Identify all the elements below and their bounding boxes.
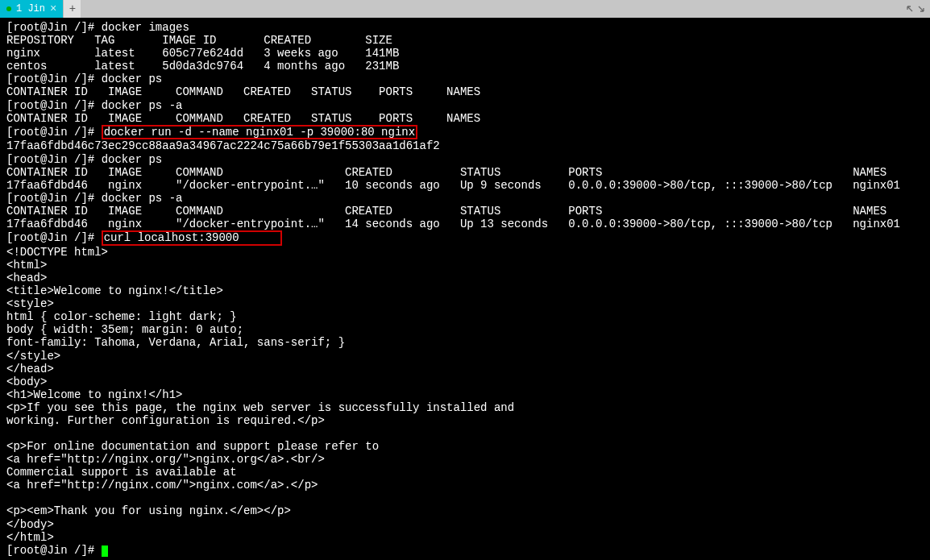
command-text: curl localhost:39000 bbox=[104, 231, 239, 244]
prompt: [root@Jin /]# bbox=[6, 126, 102, 139]
highlight-box: docker run -d --name nginx01 -p 39000:80… bbox=[102, 125, 417, 140]
output-line: 17faa6fdbd46c73ec29cc88aa9a34967ac2224c7… bbox=[6, 139, 924, 152]
output-line: <p>If you see this page, the nginx web s… bbox=[6, 401, 924, 414]
prompt-line: [root@Jin /]# docker ps bbox=[6, 73, 924, 85]
output-line: body { width: 35em; margin: 0 auto; bbox=[6, 323, 924, 336]
blank-line bbox=[6, 427, 924, 440]
command-text: docker images bbox=[102, 21, 189, 34]
prompt-line-active[interactable]: [root@Jin /]# bbox=[6, 544, 924, 557]
output-line: <html> bbox=[6, 259, 924, 272]
output-line: centos latest 5d0da3dc9764 4 months ago … bbox=[6, 60, 924, 73]
command-text: docker ps bbox=[102, 73, 163, 85]
prompt-line: [root@Jin /]# docker run -d --name nginx… bbox=[6, 125, 924, 140]
output-line: font-family: Tahoma, Verdana, Arial, san… bbox=[6, 336, 924, 349]
output-line: working. Further configuration is requir… bbox=[6, 414, 924, 427]
output-line: nginx latest 605c77e624dd 3 weeks ago 14… bbox=[6, 47, 924, 60]
output-line: <a href="http://nginx.org/">nginx.org</a… bbox=[6, 453, 924, 466]
arrow-down-right-icon bbox=[915, 3, 927, 15]
command-text: docker run -d --name nginx01 -p 39000:80… bbox=[104, 126, 415, 139]
arrow-up-left-icon bbox=[904, 3, 915, 15]
output-line: </html> bbox=[6, 531, 924, 544]
prompt-line: [root@Jin /]# docker ps -a bbox=[6, 99, 924, 112]
output-line: Commercial support is available at bbox=[6, 466, 924, 479]
window-resize-control[interactable] bbox=[904, 0, 930, 18]
highlight-box: curl localhost:39000 bbox=[102, 230, 282, 246]
output-line: <style> bbox=[6, 297, 924, 310]
output-line: </style> bbox=[6, 350, 924, 363]
prompt-line: [root@Jin /]# curl localhost:39000 bbox=[6, 230, 924, 246]
cursor bbox=[102, 545, 108, 557]
prompt: [root@Jin /]# bbox=[6, 73, 102, 85]
prompt-line: [root@Jin /]# docker ps -a bbox=[6, 192, 924, 205]
output-line: CONTAINER ID IMAGE COMMAND CREATED STATU… bbox=[6, 85, 924, 98]
prompt-line: [root@Jin /]# docker ps bbox=[6, 153, 924, 166]
output-line: CONTAINER ID IMAGE COMMAND CREATED STATU… bbox=[6, 205, 924, 218]
output-line: 17faa6fdbd46 nginx "/docker-entrypoint.…… bbox=[6, 179, 924, 192]
output-line: <body> bbox=[6, 375, 924, 388]
output-line: <p><em>Thank you for using nginx.</em></… bbox=[6, 504, 924, 517]
output-line: REPOSITORY TAG IMAGE ID CREATED SIZE bbox=[6, 34, 924, 47]
output-line: CONTAINER ID IMAGE COMMAND CREATED STATU… bbox=[6, 112, 924, 125]
blank-line bbox=[6, 492, 924, 504]
tab-spacer bbox=[81, 0, 904, 18]
prompt-line: [root@Jin /]# docker images bbox=[6, 21, 924, 34]
tab-label: 1 Jin bbox=[16, 3, 45, 15]
close-icon[interactable]: × bbox=[50, 3, 56, 15]
output-line: <h1>Welcome to nginx!</h1> bbox=[6, 388, 924, 401]
prompt: [root@Jin /]# bbox=[6, 153, 102, 166]
output-line: 17faa6fdbd46 nginx "/docker-entrypoint.…… bbox=[6, 218, 924, 230]
prompt: [root@Jin /]# bbox=[6, 99, 102, 112]
terminal[interactable]: [root@Jin /]# docker images REPOSITORY T… bbox=[0, 18, 930, 560]
output-line: </body> bbox=[6, 518, 924, 531]
prompt: [root@Jin /]# bbox=[6, 231, 102, 244]
tab-session-1[interactable]: 1 Jin × bbox=[0, 0, 63, 18]
output-line: <a href="http://nginx.com/">nginx.com</a… bbox=[6, 479, 924, 492]
prompt: [root@Jin /]# bbox=[6, 544, 102, 557]
add-tab-button[interactable]: + bbox=[63, 0, 81, 18]
output-line: </head> bbox=[6, 363, 924, 375]
prompt: [root@Jin /]# bbox=[6, 21, 102, 34]
prompt: [root@Jin /]# bbox=[6, 192, 102, 205]
output-line: CONTAINER ID IMAGE COMMAND CREATED STATU… bbox=[6, 166, 924, 179]
plus-icon: + bbox=[69, 2, 76, 15]
output-line: html { color-scheme: light dark; } bbox=[6, 310, 924, 323]
command-text: docker ps -a bbox=[102, 99, 183, 112]
tab-bar: 1 Jin × + bbox=[0, 0, 930, 18]
status-dot-icon bbox=[6, 6, 11, 11]
command-text: docker ps -a bbox=[102, 192, 183, 205]
command-text: docker ps bbox=[102, 153, 163, 166]
output-line: <p>For online documentation and support … bbox=[6, 440, 924, 453]
output-line: <!DOCTYPE html> bbox=[6, 246, 924, 259]
output-line: <title>Welcome to nginx!</title> bbox=[6, 284, 924, 297]
output-line: <head> bbox=[6, 272, 924, 284]
